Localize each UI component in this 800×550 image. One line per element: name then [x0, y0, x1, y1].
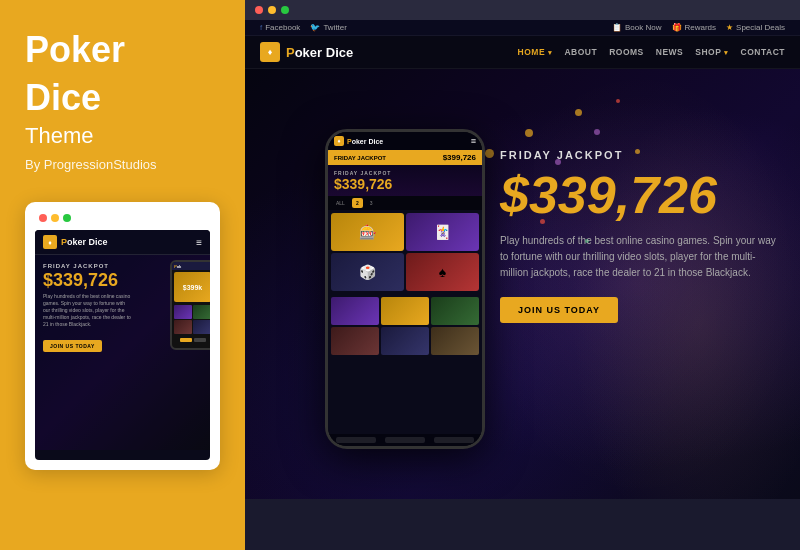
book-now-link[interactable]: 📋 Book Now — [612, 23, 661, 32]
phone-slot-1 — [331, 297, 379, 325]
nav-about[interactable]: ABOUT — [564, 47, 597, 57]
dot-yellow — [51, 214, 59, 222]
site-hero: ♦ Poker Dice ≡ FRIDAY JACKPOT $399,726 F… — [245, 69, 800, 499]
topbar-left-links: f Facebook 🐦 Twitter — [260, 23, 347, 32]
mob-hero: Pok $399k — [35, 255, 210, 450]
special-deals-label: Special Deals — [736, 23, 785, 32]
theme-title-block: Poker — [25, 30, 220, 78]
twitter-label: Twitter — [323, 23, 347, 32]
theme-title: Poker — [25, 30, 220, 70]
rewards-label: Rewards — [685, 23, 717, 32]
phone-slot-2 — [381, 297, 429, 325]
mob-logo: ♦ Poker Dice — [43, 235, 108, 249]
mob-cta-button[interactable]: JOIN US TODAY — [43, 340, 102, 352]
gift-icon: 🎁 — [672, 23, 682, 32]
hero-description: Play hundreds of the best online casino … — [500, 233, 780, 281]
phone-slot-5 — [381, 327, 429, 355]
phone-tab-3[interactable]: 3 — [366, 198, 377, 208]
hero-phone-container: ♦ Poker Dice ≡ FRIDAY JACKPOT $399,726 F… — [295, 89, 515, 489]
hero-content: FRIDAY JACKPOT $339,726 Play hundreds of… — [500, 149, 780, 323]
phone-banner: FRIDAY JACKPOT $399,726 — [328, 150, 482, 165]
phone-game-1: 🎰 — [331, 213, 404, 251]
site-nav-links: HOME ▾ ABOUT ROOMS NEWS SHOP ▾ CONTACT — [518, 47, 785, 57]
star-icon: ★ — [726, 23, 733, 32]
mob-logo-text: Poker Dice — [61, 237, 108, 247]
mob-logo-icon: ♦ — [43, 235, 57, 249]
phone-logo-text: Poker Dice — [347, 138, 383, 145]
mob-jackpot-label: FRIDAY JACKPOT — [43, 263, 202, 269]
phone-bottom-nav — [328, 434, 482, 446]
nav-contact[interactable]: CONTACT — [741, 47, 785, 57]
phone-jackpot-section: FRIDAY JACKPOT $339,726 — [328, 165, 482, 196]
left-panel: Poker Dice Theme By ProgressionStudios ♦… — [0, 0, 245, 550]
phone-games-grid: 🎰 🃏 🎲 — [328, 210, 482, 294]
mob-description: Play hundreds of the best online casino … — [43, 293, 133, 328]
phone-outer: ♦ Poker Dice ≡ FRIDAY JACKPOT $399,726 F… — [325, 129, 485, 449]
dot-red — [39, 214, 47, 222]
theme-subtitle: Theme — [25, 123, 220, 149]
site-logo: ♦ Poker Dice — [260, 42, 353, 62]
nav-home[interactable]: HOME ▾ — [518, 47, 553, 57]
theme-title-line2: Dice — [25, 78, 220, 118]
phone-logo-icon: ♦ — [334, 136, 344, 146]
hero-cta-button[interactable]: JOIN US TODAY — [500, 297, 618, 323]
phone-banner-amount: $399,726 — [443, 153, 476, 162]
site-logo-icon: ♦ — [260, 42, 280, 62]
phone-slots-grid — [328, 294, 482, 358]
nav-shop[interactable]: SHOP ▾ — [695, 47, 728, 57]
mob-menu-icon[interactable]: ≡ — [196, 237, 202, 248]
mobile-screen: ♦ Poker Dice ≡ Pok $399k — [35, 230, 210, 460]
browser-chrome — [245, 0, 800, 20]
facebook-link[interactable]: f Facebook — [260, 23, 300, 32]
rewards-link[interactable]: 🎁 Rewards — [672, 23, 717, 32]
phone-mini-navbar: ♦ Poker Dice ≡ — [328, 132, 482, 150]
dot-green — [63, 214, 71, 222]
hero-jackpot-amount: $339,726 — [500, 169, 780, 221]
phone-slot-3 — [431, 297, 479, 325]
mob-jackpot-amount: $339,726 — [43, 271, 202, 289]
right-panel: f Facebook 🐦 Twitter 📋 Book Now 🎁 Reward… — [245, 0, 800, 550]
phone-hamburger: ≡ — [471, 136, 476, 146]
phone-bottom-btn-2 — [385, 437, 425, 443]
card-dots — [35, 212, 210, 224]
book-icon: 📋 — [612, 23, 622, 32]
phone-bottom-btn-1 — [336, 437, 376, 443]
phone-screen: ♦ Poker Dice ≡ FRIDAY JACKPOT $399,726 F… — [328, 132, 482, 446]
site-logo-text: Poker Dice — [286, 45, 353, 60]
phone-bottom-btn-3 — [434, 437, 474, 443]
browser-dot-yellow — [268, 6, 276, 14]
site-topbar: f Facebook 🐦 Twitter 📋 Book Now 🎁 Reward… — [245, 20, 800, 36]
phone-tab-2[interactable]: 2 — [352, 198, 363, 208]
facebook-icon: f — [260, 23, 262, 32]
special-deals-link[interactable]: ★ Special Deals — [726, 23, 785, 32]
phone-game-2: 🃏 — [406, 213, 479, 251]
phone-tab-1[interactable]: ALL — [332, 198, 349, 208]
phone-tabs: ALL 2 3 — [328, 196, 482, 210]
browser-dot-green — [281, 6, 289, 14]
hero-jackpot-label: FRIDAY JACKPOT — [500, 149, 780, 161]
phone-slot-6 — [431, 327, 479, 355]
site-navbar: ♦ Poker Dice HOME ▾ ABOUT ROOMS NEWS SHO… — [245, 36, 800, 69]
mob-navbar: ♦ Poker Dice ≡ — [35, 230, 210, 255]
phone-game-3: 🎲 — [331, 253, 404, 291]
book-now-label: Book Now — [625, 23, 661, 32]
twitter-icon: 🐦 — [310, 23, 320, 32]
phone-banner-text: FRIDAY JACKPOT — [334, 155, 386, 161]
phone-game-4: ♠ — [406, 253, 479, 291]
facebook-label: Facebook — [265, 23, 300, 32]
topbar-right-links: 📋 Book Now 🎁 Rewards ★ Special Deals — [612, 23, 785, 32]
browser-dot-red — [255, 6, 263, 14]
mobile-preview-card: ♦ Poker Dice ≡ Pok $399k — [25, 202, 220, 470]
phone-slot-4 — [331, 327, 379, 355]
nav-news[interactable]: NEWS — [656, 47, 684, 57]
nav-rooms[interactable]: ROOMS — [609, 47, 644, 57]
twitter-link[interactable]: 🐦 Twitter — [310, 23, 347, 32]
phone-jackpot-amount: $339,726 — [334, 177, 476, 191]
theme-by: By ProgressionStudios — [25, 157, 220, 172]
